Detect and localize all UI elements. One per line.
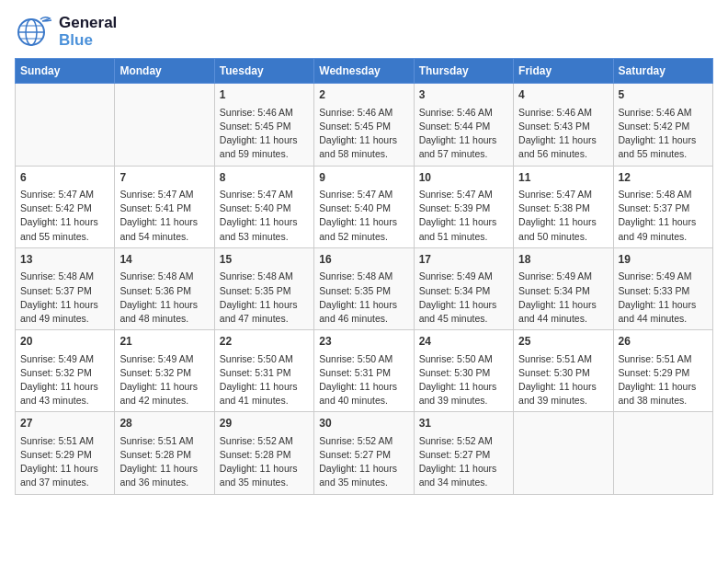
- day-number: 19: [619, 252, 708, 268]
- day-number: 22: [220, 334, 309, 350]
- day-number: 3: [419, 87, 508, 103]
- cell-content: Sunrise: 5:47 AM Sunset: 5:40 PM Dayligh…: [220, 188, 309, 244]
- calendar-cell: 6Sunrise: 5:47 AM Sunset: 5:42 PM Daylig…: [16, 166, 115, 247]
- cell-content: Sunrise: 5:51 AM Sunset: 5:29 PM Dayligh…: [20, 434, 109, 490]
- day-number: 8: [220, 170, 309, 186]
- column-header-wednesday: Wednesday: [314, 59, 414, 84]
- column-header-friday: Friday: [514, 59, 613, 84]
- logo: GeneralBlue: [15, 15, 117, 49]
- cell-content: Sunrise: 5:46 AM Sunset: 5:45 PM Dayligh…: [319, 106, 408, 162]
- column-header-monday: Monday: [115, 59, 214, 84]
- day-number: 26: [619, 334, 708, 350]
- calendar-cell: [16, 84, 115, 166]
- calendar-week-row: 20Sunrise: 5:49 AM Sunset: 5:32 PM Dayli…: [16, 330, 713, 412]
- cell-content: Sunrise: 5:47 AM Sunset: 5:39 PM Dayligh…: [419, 188, 508, 244]
- calendar-cell: 26Sunrise: 5:51 AM Sunset: 5:29 PM Dayli…: [613, 330, 712, 412]
- cell-content: Sunrise: 5:46 AM Sunset: 5:43 PM Dayligh…: [518, 106, 608, 162]
- day-number: 17: [419, 252, 508, 268]
- column-header-sunday: Sunday: [16, 59, 115, 84]
- cell-content: Sunrise: 5:46 AM Sunset: 5:44 PM Dayligh…: [419, 106, 508, 162]
- calendar-cell: 21Sunrise: 5:49 AM Sunset: 5:32 PM Dayli…: [115, 330, 214, 412]
- calendar-cell: 9Sunrise: 5:47 AM Sunset: 5:40 PM Daylig…: [314, 166, 414, 247]
- calendar-table: SundayMondayTuesdayWednesdayThursdayFrid…: [15, 58, 713, 494]
- day-number: 15: [220, 252, 309, 268]
- cell-content: Sunrise: 5:48 AM Sunset: 5:35 PM Dayligh…: [319, 270, 408, 326]
- calendar-cell: 23Sunrise: 5:50 AM Sunset: 5:31 PM Dayli…: [314, 330, 414, 412]
- day-number: 6: [20, 170, 109, 186]
- logo-globe-icon: [15, 16, 55, 49]
- day-number: 21: [119, 334, 209, 350]
- day-number: 20: [20, 334, 109, 350]
- calendar-cell: 12Sunrise: 5:48 AM Sunset: 5:37 PM Dayli…: [613, 166, 712, 247]
- day-number: 9: [319, 170, 408, 186]
- calendar-cell: 31Sunrise: 5:52 AM Sunset: 5:27 PM Dayli…: [414, 412, 513, 494]
- cell-content: Sunrise: 5:51 AM Sunset: 5:29 PM Dayligh…: [619, 352, 708, 408]
- cell-content: Sunrise: 5:49 AM Sunset: 5:34 PM Dayligh…: [419, 270, 508, 326]
- day-number: 2: [319, 87, 408, 103]
- day-number: 24: [419, 334, 508, 350]
- day-number: 1: [220, 87, 309, 103]
- calendar-cell: 29Sunrise: 5:52 AM Sunset: 5:28 PM Dayli…: [214, 412, 313, 494]
- day-number: 7: [119, 170, 209, 186]
- cell-content: Sunrise: 5:52 AM Sunset: 5:27 PM Dayligh…: [419, 434, 508, 490]
- calendar-cell: [514, 412, 613, 494]
- day-number: 13: [20, 252, 109, 268]
- calendar-cell: 2Sunrise: 5:46 AM Sunset: 5:45 PM Daylig…: [314, 84, 414, 166]
- day-number: 25: [518, 334, 608, 350]
- cell-content: Sunrise: 5:49 AM Sunset: 5:34 PM Dayligh…: [518, 270, 608, 326]
- day-number: 14: [119, 252, 209, 268]
- calendar-cell: 27Sunrise: 5:51 AM Sunset: 5:29 PM Dayli…: [16, 412, 115, 494]
- calendar-cell: 11Sunrise: 5:47 AM Sunset: 5:38 PM Dayli…: [514, 166, 613, 247]
- calendar-cell: 10Sunrise: 5:47 AM Sunset: 5:39 PM Dayli…: [414, 166, 513, 247]
- calendar-cell: 25Sunrise: 5:51 AM Sunset: 5:30 PM Dayli…: [514, 330, 613, 412]
- cell-content: Sunrise: 5:49 AM Sunset: 5:33 PM Dayligh…: [619, 270, 708, 326]
- day-number: 29: [220, 416, 309, 431]
- calendar-cell: 7Sunrise: 5:47 AM Sunset: 5:41 PM Daylig…: [115, 166, 214, 247]
- calendar-cell: 24Sunrise: 5:50 AM Sunset: 5:30 PM Dayli…: [414, 330, 513, 412]
- calendar-cell: 1Sunrise: 5:46 AM Sunset: 5:45 PM Daylig…: [214, 84, 313, 166]
- cell-content: Sunrise: 5:47 AM Sunset: 5:41 PM Dayligh…: [119, 188, 209, 244]
- cell-content: Sunrise: 5:52 AM Sunset: 5:28 PM Dayligh…: [220, 434, 309, 490]
- calendar-cell: 8Sunrise: 5:47 AM Sunset: 5:40 PM Daylig…: [214, 166, 313, 247]
- calendar-cell: 15Sunrise: 5:48 AM Sunset: 5:35 PM Dayli…: [214, 247, 313, 329]
- logo-text: GeneralBlue: [59, 15, 117, 49]
- cell-content: Sunrise: 5:49 AM Sunset: 5:32 PM Dayligh…: [20, 352, 109, 408]
- calendar-week-row: 13Sunrise: 5:48 AM Sunset: 5:37 PM Dayli…: [16, 247, 713, 329]
- day-number: 18: [518, 252, 608, 268]
- day-number: 11: [518, 170, 608, 186]
- calendar-cell: 3Sunrise: 5:46 AM Sunset: 5:44 PM Daylig…: [414, 84, 513, 166]
- column-header-thursday: Thursday: [414, 59, 513, 84]
- calendar-week-row: 1Sunrise: 5:46 AM Sunset: 5:45 PM Daylig…: [16, 84, 713, 166]
- day-number: 30: [319, 416, 408, 431]
- day-number: 12: [619, 170, 708, 186]
- day-number: 23: [319, 334, 408, 350]
- cell-content: Sunrise: 5:47 AM Sunset: 5:40 PM Dayligh…: [319, 188, 408, 244]
- calendar-cell: [115, 84, 214, 166]
- column-header-tuesday: Tuesday: [214, 59, 313, 84]
- calendar-cell: 17Sunrise: 5:49 AM Sunset: 5:34 PM Dayli…: [414, 247, 513, 329]
- cell-content: Sunrise: 5:47 AM Sunset: 5:38 PM Dayligh…: [518, 188, 608, 244]
- calendar-cell: 28Sunrise: 5:51 AM Sunset: 5:28 PM Dayli…: [115, 412, 214, 494]
- day-number: 5: [619, 87, 708, 103]
- cell-content: Sunrise: 5:46 AM Sunset: 5:42 PM Dayligh…: [619, 106, 708, 162]
- calendar-cell: 4Sunrise: 5:46 AM Sunset: 5:43 PM Daylig…: [514, 84, 613, 166]
- calendar-cell: 20Sunrise: 5:49 AM Sunset: 5:32 PM Dayli…: [16, 330, 115, 412]
- cell-content: Sunrise: 5:48 AM Sunset: 5:36 PM Dayligh…: [119, 270, 209, 326]
- calendar-cell: 13Sunrise: 5:48 AM Sunset: 5:37 PM Dayli…: [16, 247, 115, 329]
- cell-content: Sunrise: 5:46 AM Sunset: 5:45 PM Dayligh…: [220, 106, 309, 162]
- calendar-header-row: SundayMondayTuesdayWednesdayThursdayFrid…: [16, 59, 713, 84]
- cell-content: Sunrise: 5:48 AM Sunset: 5:37 PM Dayligh…: [619, 188, 708, 244]
- calendar-week-row: 27Sunrise: 5:51 AM Sunset: 5:29 PM Dayli…: [16, 412, 713, 494]
- calendar-week-row: 6Sunrise: 5:47 AM Sunset: 5:42 PM Daylig…: [16, 166, 713, 247]
- cell-content: Sunrise: 5:51 AM Sunset: 5:30 PM Dayligh…: [518, 352, 608, 408]
- cell-content: Sunrise: 5:49 AM Sunset: 5:32 PM Dayligh…: [119, 352, 209, 408]
- column-header-saturday: Saturday: [613, 59, 712, 84]
- cell-content: Sunrise: 5:50 AM Sunset: 5:31 PM Dayligh…: [220, 352, 309, 408]
- day-number: 28: [119, 416, 209, 431]
- calendar-cell: 19Sunrise: 5:49 AM Sunset: 5:33 PM Dayli…: [613, 247, 712, 329]
- calendar-cell: 30Sunrise: 5:52 AM Sunset: 5:27 PM Dayli…: [314, 412, 414, 494]
- cell-content: Sunrise: 5:47 AM Sunset: 5:42 PM Dayligh…: [20, 188, 109, 244]
- cell-content: Sunrise: 5:50 AM Sunset: 5:30 PM Dayligh…: [419, 352, 508, 408]
- calendar-cell: 5Sunrise: 5:46 AM Sunset: 5:42 PM Daylig…: [613, 84, 712, 166]
- calendar-cell: 22Sunrise: 5:50 AM Sunset: 5:31 PM Dayli…: [214, 330, 313, 412]
